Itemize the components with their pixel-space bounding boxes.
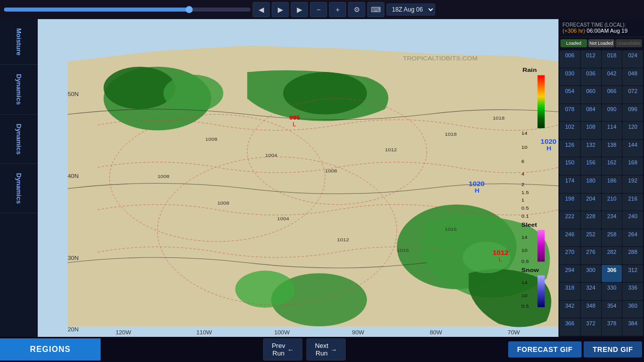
svg-text:80W: 80W	[430, 329, 442, 335]
forecast-cell-018[interactable]: 018	[602, 50, 622, 68]
forecast-gif-button[interactable]: FORECAST GIF	[508, 341, 582, 357]
forecast-cell-324[interactable]: 324	[581, 283, 601, 300]
minus-button[interactable]: −	[310, 2, 327, 17]
next-run-label: NextRun	[315, 342, 329, 357]
forecast-cell-180[interactable]: 180	[581, 175, 601, 193]
forecast-cell-144[interactable]: 144	[622, 140, 643, 157]
svg-text:0.1: 0.1	[521, 214, 529, 219]
svg-text:4: 4	[521, 171, 524, 176]
forecast-cell-078[interactable]: 078	[559, 104, 580, 122]
forecast-cell-270[interactable]: 270	[559, 247, 580, 264]
forecast-cell-318[interactable]: 318	[559, 283, 580, 300]
forecast-cell-264[interactable]: 264	[622, 229, 643, 247]
progress-bar[interactable]	[4, 8, 251, 12]
forecast-cell-138[interactable]: 138	[602, 140, 622, 157]
forecast-cell-132[interactable]: 132	[581, 140, 601, 157]
forecast-cell-372[interactable]: 372	[581, 318, 601, 336]
forecast-cell-060[interactable]: 060	[581, 86, 601, 104]
forecast-cell-366[interactable]: 366	[559, 318, 580, 336]
forecast-cell-300[interactable]: 300	[581, 265, 601, 283]
forecast-cell-228[interactable]: 228	[581, 211, 601, 229]
forecast-cell-156[interactable]: 156	[581, 157, 601, 175]
forecast-cell-090[interactable]: 090	[602, 104, 622, 122]
forecast-cell-186[interactable]: 186	[602, 175, 622, 193]
next-button[interactable]: ▶	[291, 2, 308, 17]
svg-text:1008: 1008	[217, 200, 229, 205]
forecast-cell-222[interactable]: 222	[559, 211, 580, 229]
sidebar-item-moisture[interactable]: Moisture	[0, 19, 38, 65]
sidebar-item-dynamics-3[interactable]: Dynamics	[0, 164, 38, 213]
tab-row: Loaded Not Loaded Unavailable	[558, 37, 644, 49]
forecast-cell-246[interactable]: 246	[559, 229, 580, 247]
forecast-cell-102[interactable]: 102	[559, 122, 580, 139]
forecast-cell-216[interactable]: 216	[622, 194, 643, 211]
trend-gif-button[interactable]: TREND GIF	[584, 341, 642, 357]
forecast-cell-054[interactable]: 054	[559, 86, 580, 104]
forecast-cell-084[interactable]: 084	[581, 104, 601, 122]
sidebar-item-dynamics-1[interactable]: Dynamics	[0, 65, 38, 114]
forecast-cell-048[interactable]: 048	[622, 68, 643, 86]
forecast-cell-312[interactable]: 312	[622, 265, 643, 283]
svg-text:H: H	[474, 188, 479, 194]
regions-button[interactable]: REGIONS	[0, 338, 101, 360]
forecast-cell-348[interactable]: 348	[581, 301, 601, 318]
forecast-cell-306[interactable]: 306	[602, 265, 622, 283]
forecast-cell-162[interactable]: 162	[602, 157, 622, 175]
forecast-cell-030[interactable]: 030	[559, 68, 580, 86]
forecast-cell-288[interactable]: 288	[622, 247, 643, 264]
svg-text:0.5: 0.5	[521, 258, 529, 263]
map-area[interactable]: GFS 6-hour Averaged Precip Rate (mm/hr),…	[38, 19, 558, 337]
forecast-cell-360[interactable]: 360	[622, 301, 643, 318]
tab-unavailable[interactable]: Unavailable	[615, 39, 642, 47]
forecast-cell-012[interactable]: 012	[581, 50, 601, 68]
forecast-cell-294[interactable]: 294	[559, 265, 580, 283]
forecast-cell-198[interactable]: 198	[559, 194, 580, 211]
svg-text:1.5: 1.5	[521, 190, 529, 195]
svg-text:14: 14	[521, 235, 527, 240]
forecast-cell-282[interactable]: 282	[602, 247, 622, 264]
forecast-cell-240[interactable]: 240	[622, 211, 643, 229]
play-button[interactable]: ▶	[272, 2, 289, 17]
forecast-cell-252[interactable]: 252	[581, 229, 601, 247]
tab-not-loaded[interactable]: Not Loaded	[588, 39, 615, 47]
forecast-cell-108[interactable]: 108	[581, 122, 601, 139]
forecast-cell-042[interactable]: 042	[602, 68, 622, 86]
forecast-cell-114[interactable]: 114	[602, 122, 622, 139]
forecast-cell-036[interactable]: 036	[581, 68, 601, 86]
forecast-cell-150[interactable]: 150	[559, 157, 580, 175]
forecast-cell-354[interactable]: 354	[602, 301, 622, 318]
forecast-cell-258[interactable]: 258	[602, 229, 622, 247]
forecast-cell-126[interactable]: 126	[559, 140, 580, 157]
forecast-cell-234[interactable]: 234	[602, 211, 622, 229]
svg-text:1012: 1012	[493, 249, 509, 256]
sidebar-item-dynamics-2[interactable]: Dynamics	[0, 115, 38, 164]
run-time-select[interactable]: 18Z Aug 0612Z Aug 0606Z Aug 0600Z Aug 06	[386, 4, 435, 16]
forecast-cell-204[interactable]: 204	[581, 194, 601, 211]
forecast-cell-378[interactable]: 378	[602, 318, 622, 336]
forecast-cell-120[interactable]: 120	[622, 122, 643, 139]
forecast-cell-072[interactable]: 072	[622, 86, 643, 104]
forecast-cell-384[interactable]: 384	[622, 318, 643, 336]
forecast-cell-168[interactable]: 168	[622, 157, 643, 175]
forecast-cell-096[interactable]: 096	[622, 104, 643, 122]
keyboard-button[interactable]: ⌨	[367, 2, 384, 17]
settings-button[interactable]: ⚙	[348, 2, 365, 17]
forecast-cell-024[interactable]: 024	[622, 50, 643, 68]
tab-loaded[interactable]: Loaded	[560, 39, 587, 47]
forecast-cell-006[interactable]: 006	[559, 50, 580, 68]
forecast-cell-336[interactable]: 336	[622, 283, 643, 300]
svg-text:20N: 20N	[67, 327, 78, 332]
prev-run-button[interactable]: PrevRun ←	[263, 338, 302, 360]
sidebar: Moisture Dynamics Dynamics Dynamics	[0, 19, 38, 337]
forecast-cell-276[interactable]: 276	[581, 247, 601, 264]
forecast-cell-066[interactable]: 066	[602, 86, 622, 104]
plus-button[interactable]: +	[329, 2, 346, 17]
progress-thumb[interactable]	[186, 6, 193, 13]
forecast-cell-210[interactable]: 210	[602, 194, 622, 211]
forecast-cell-192[interactable]: 192	[622, 175, 643, 193]
forecast-cell-342[interactable]: 342	[559, 301, 580, 318]
forecast-cell-174[interactable]: 174	[559, 175, 580, 193]
next-run-button[interactable]: NextRun →	[306, 338, 346, 360]
forecast-cell-330[interactable]: 330	[602, 283, 622, 300]
prev-button[interactable]: ◀	[253, 2, 270, 17]
